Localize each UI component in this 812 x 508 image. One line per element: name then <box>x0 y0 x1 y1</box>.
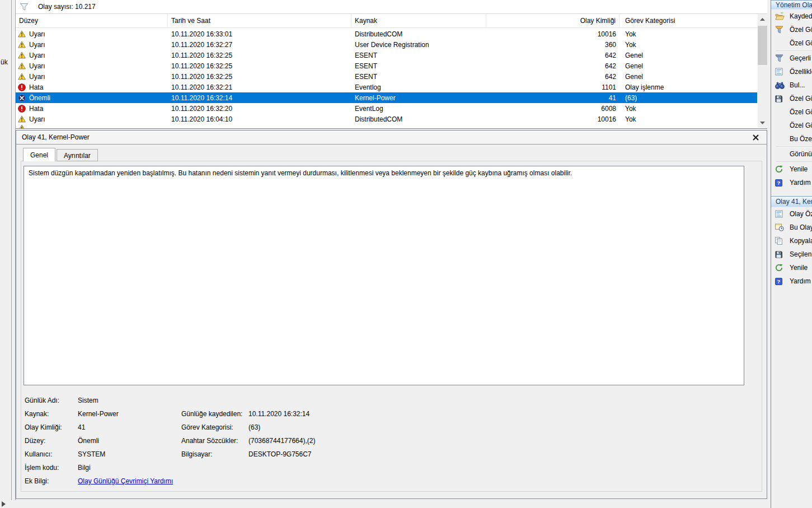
action-item[interactable]: Özel Görünüm Oluştur... <box>771 23 812 36</box>
action-item[interactable]: Özellikler <box>771 65 812 78</box>
tab-genel[interactable]: Genel <box>23 148 55 161</box>
table-row[interactable] <box>16 124 757 128</box>
actions-section-header[interactable]: Olay 41, Kernel-Power <box>771 196 812 207</box>
table-row[interactable]: Önemli10.11.2020 16:32:14Kernel-Power41(… <box>16 92 757 103</box>
filter-icon <box>775 54 786 62</box>
category-cell: Yok <box>619 41 757 49</box>
action-item-label: Olay Özellikleri <box>790 210 812 218</box>
event-id-cell: 6008 <box>486 105 619 113</box>
datetime-cell: 10.11.2020 16:33:01 <box>168 30 351 38</box>
action-item[interactable]: Bu Olaya Görev Ekle... <box>771 221 812 234</box>
level-label: Hata <box>29 83 43 91</box>
table-row[interactable]: Uyarı10.11.2020 16:32:25ESENT642Genel <box>16 50 757 60</box>
action-item[interactable]: Özel Görünümü İçeri Aktar... <box>771 36 812 50</box>
column-header-datetime[interactable]: Tarih ve Saat <box>168 14 351 27</box>
field-label: Günlük Adı: <box>25 394 59 407</box>
category-cell: Genel <box>619 62 757 70</box>
action-item-label: Özel Görünümü İçeri Aktar... <box>790 39 812 47</box>
datetime-cell: 10.11.2020 16:32:21 <box>168 83 351 91</box>
action-item-label: Yenile <box>790 165 808 173</box>
event-id-cell: 10016 <box>486 115 619 123</box>
source-cell: DistributedCOM <box>351 115 486 123</box>
scroll-down-icon[interactable] <box>758 118 767 128</box>
action-item[interactable]: Kaydedilmiş Günlüğü Aç... <box>771 10 812 23</box>
event-description[interactable]: Sistem düzgün kapatılmadan yeniden başla… <box>24 166 744 385</box>
level-cell: Hata <box>16 105 168 113</box>
refresh-icon <box>775 264 786 272</box>
action-item-label: Bu Özel Görünüme Görev Ekle... <box>790 135 812 143</box>
table-row[interactable]: Uyarı10.11.2020 16:32:25ESENT642Genel <box>16 60 757 71</box>
datetime-cell: 10.11.2020 16:32:25 <box>168 52 351 59</box>
action-item[interactable]: Seçilen Olayları Kaydet... <box>771 248 812 261</box>
table-row[interactable]: Hata10.11.2020 16:32:21Eventlog1101Olay … <box>16 82 757 92</box>
table-row[interactable]: Hata10.11.2020 16:32:20EventLog6008Yok <box>16 103 757 114</box>
table-header-row: Düzey Tarih ve Saat Kaynak Olay Kimliği … <box>16 14 757 28</box>
actions-section-header[interactable]: Yönetim Olayları <box>771 0 812 10</box>
column-header-level[interactable]: Düzey <box>16 14 168 27</box>
action-item[interactable]: Olay Özellikleri <box>771 207 812 221</box>
level-cell: Uyarı <box>16 73 168 81</box>
table-row[interactable]: Uyarı10.11.2020 16:32:25ESENT642Genel <box>16 71 757 82</box>
column-header-source[interactable]: Kaynak <box>351 14 486 27</box>
action-item[interactable]: Özel Görünümü Dışarı Aktar... <box>771 105 812 119</box>
preview-title: Olay 41, Kernel-Power <box>22 133 90 141</box>
source-cell: ESENT <box>351 73 486 81</box>
properties-icon <box>775 68 786 76</box>
table-row[interactable]: Uyarı10.11.2020 16:04:10DistributedCOM10… <box>16 114 757 124</box>
scrollbar-thumb[interactable] <box>758 26 767 65</box>
table-row[interactable]: Uyarı10.11.2020 16:33:01DistributedCOM10… <box>16 29 757 39</box>
field-label: Kaynak: <box>25 407 49 421</box>
event-id-cell: 10016 <box>486 30 619 38</box>
field-value: (63) <box>248 421 260 434</box>
action-item[interactable]: Kopyala <box>771 234 812 248</box>
action-item[interactable]: Bul... <box>771 78 812 92</box>
close-icon[interactable] <box>752 134 759 141</box>
online-help-link[interactable]: Olay Günlüğü Çevrimiçi Yardımı <box>78 474 173 488</box>
tree-right-icon[interactable] <box>1 501 6 508</box>
action-item[interactable]: Bu Özel Görünüme Görev Ekle... <box>771 132 812 146</box>
datetime-cell: 10.11.2020 16:32:14 <box>168 94 351 102</box>
level-cell: Hata <box>16 83 168 91</box>
copy-icon <box>775 237 786 245</box>
level-label: Uyarı <box>29 73 45 81</box>
warning-icon <box>18 115 26 123</box>
task-icon <box>775 223 786 231</box>
category-cell: Genel <box>619 52 757 59</box>
action-item[interactable]: Özel Görünümü Kopyala... <box>771 119 812 132</box>
source-cell: EventLog <box>351 105 486 113</box>
action-item[interactable]: Özel Görünümdeki Tüm Olayları Farklı Kay… <box>771 92 812 105</box>
clipped-tree-text: ük <box>1 58 8 66</box>
level-label: Uyarı <box>29 52 45 59</box>
action-item[interactable]: Yenile <box>771 162 812 176</box>
action-item[interactable]: Yenile <box>771 261 812 274</box>
table-row[interactable]: Uyarı10.11.2020 16:32:27User Device Regi… <box>16 39 757 50</box>
action-item-label: Özel Görünümü Kopyala... <box>790 122 812 129</box>
level-cell: Uyarı <box>16 115 168 123</box>
field-value: Önemli <box>78 434 99 448</box>
field-value: Kernel-Power <box>78 407 119 421</box>
vertical-scrollbar[interactable] <box>758 14 767 128</box>
event-id-cell: 642 <box>486 73 619 81</box>
find-icon <box>775 82 786 89</box>
field-label: Bilgisayar: <box>181 448 212 461</box>
svg-text:?: ? <box>777 179 781 185</box>
column-header-eventid[interactable]: Olay Kimliği <box>486 14 619 27</box>
tab-ayrintilar[interactable]: Ayrıntılar <box>57 149 98 161</box>
action-item[interactable]: ?Yardım <box>771 274 812 288</box>
level-label: Uyarı <box>29 115 45 123</box>
field-value: 41 <box>78 421 85 434</box>
action-item[interactable]: Geçerli Özel Görünümü Filtrele... <box>771 52 812 65</box>
source-cell: Eventlog <box>351 83 486 91</box>
properties-icon <box>775 210 786 218</box>
column-header-category[interactable]: Görev Kategorisi <box>619 14 757 27</box>
list-filter-bar: Olay sayısı: 10.217 <box>16 0 767 14</box>
category-cell: (63) <box>619 94 757 102</box>
field-value: DESKTOP-9G756C7 <box>248 448 312 461</box>
level-label: Önemli <box>29 94 50 102</box>
action-item[interactable]: Görünüm <box>771 147 812 161</box>
scroll-up-icon[interactable] <box>758 15 767 24</box>
action-item-label: Bul... <box>790 81 805 89</box>
action-item-label: Bu Olaya Görev Ekle... <box>790 223 812 231</box>
action-item[interactable]: ?Yardım <box>771 176 812 189</box>
field-label: Düzey: <box>25 434 45 448</box>
